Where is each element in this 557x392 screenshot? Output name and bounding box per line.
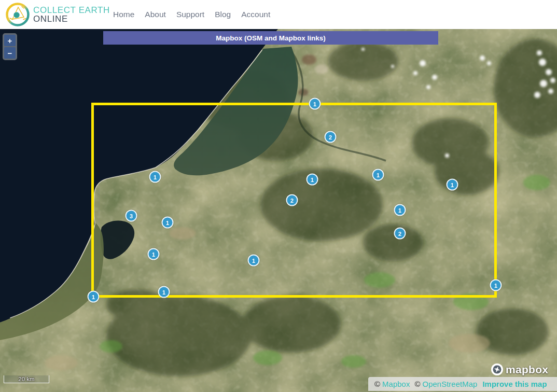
brand-logo[interactable]: COLLECT EARTH ONLINE xyxy=(5,2,110,27)
mapbox-attribution-link[interactable]: Mapbox xyxy=(382,380,410,388)
cluster-marker[interactable]: 1 xyxy=(158,286,170,298)
cluster-marker[interactable]: 1 xyxy=(148,248,160,260)
collect-earth-logo-icon xyxy=(5,2,30,27)
nav-home[interactable]: Home xyxy=(113,10,134,19)
zoom-out-button[interactable]: − xyxy=(4,47,16,59)
cluster-marker[interactable]: 1 xyxy=(88,291,100,303)
copyright-symbol: © xyxy=(374,380,380,388)
map-attribution: © Mapbox © OpenStreetMap Improve this ma… xyxy=(368,377,557,391)
cluster-marker[interactable]: 1 xyxy=(490,279,502,291)
cluster-marker[interactable]: 2 xyxy=(325,131,337,143)
mapbox-attribution: © Mapbox xyxy=(374,380,410,388)
brand-subtitle: ONLINE xyxy=(33,15,110,23)
cluster-marker[interactable]: 1 xyxy=(372,169,384,181)
brand-text: COLLECT EARTH ONLINE xyxy=(33,6,110,23)
cluster-marker[interactable]: 1 xyxy=(149,171,161,183)
cluster-marker[interactable]: 1 xyxy=(248,255,260,267)
scale-label: 20 km xyxy=(18,376,34,383)
brand-title: COLLECT EARTH xyxy=(33,6,110,15)
map-viewport[interactable]: 1211112311211111 Mapbox (OSM and Mapbox … xyxy=(0,29,557,392)
nav-account[interactable]: Account xyxy=(241,10,270,19)
mapbox-logo[interactable]: mapbox xyxy=(491,363,548,376)
cluster-marker[interactable]: 1 xyxy=(162,217,174,229)
improve-map-link[interactable]: Improve this map xyxy=(482,380,547,388)
cluster-marker[interactable]: 1 xyxy=(309,98,321,110)
nav-support[interactable]: Support xyxy=(176,10,204,19)
osm-attribution-link[interactable]: OpenStreetMap xyxy=(423,380,478,388)
top-navbar: COLLECT EARTH ONLINE Home About Support … xyxy=(0,0,557,29)
imagery-attribution-banner: Mapbox (OSM and Mapbox links) xyxy=(103,31,438,45)
copyright-symbol: © xyxy=(414,380,420,388)
nav-blog[interactable]: Blog xyxy=(215,10,231,19)
mapbox-logo-icon xyxy=(491,363,504,376)
osm-attribution: © OpenStreetMap xyxy=(414,380,477,388)
cluster-marker[interactable]: 1 xyxy=(447,179,458,191)
nav-about[interactable]: About xyxy=(145,10,166,19)
zoom-in-button[interactable]: + xyxy=(4,35,16,46)
page: COLLECT EARTH ONLINE Home About Support … xyxy=(0,0,557,392)
mapbox-wordmark: mapbox xyxy=(506,363,548,376)
zoom-controls: + − xyxy=(3,33,17,60)
cluster-marker[interactable]: 3 xyxy=(126,210,137,222)
scale-bar: 20 km xyxy=(4,375,49,383)
cluster-marker[interactable]: 2 xyxy=(394,228,406,240)
main-nav: Home About Support Blog Account xyxy=(113,0,270,29)
cluster-marker[interactable]: 1 xyxy=(307,174,318,186)
cluster-marker[interactable]: 1 xyxy=(394,204,406,216)
cluster-marker[interactable]: 2 xyxy=(286,194,298,206)
